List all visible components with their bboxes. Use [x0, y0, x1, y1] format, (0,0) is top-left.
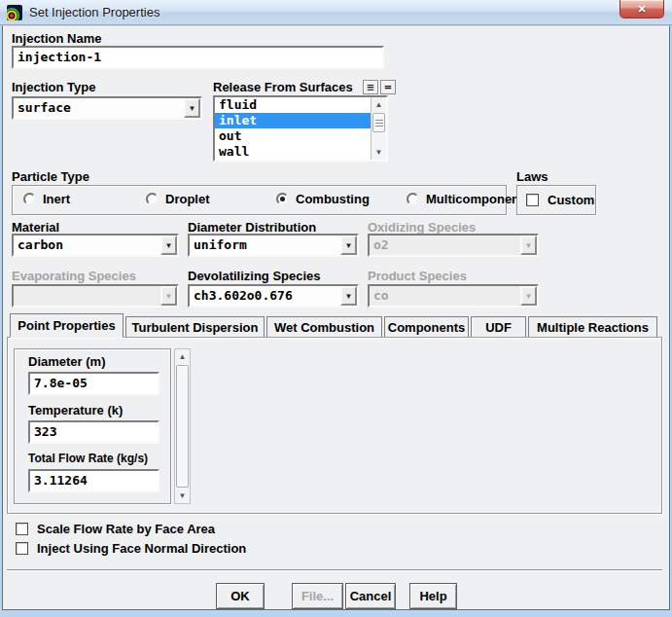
radio-combusting-label: Combusting	[296, 192, 370, 206]
release-from-surfaces-label: Release From Surfaces	[213, 80, 353, 94]
single-select-icon[interactable]: =	[380, 80, 396, 94]
diameter-input[interactable]: 7.8e-05	[28, 372, 159, 395]
diameter-label: Diameter (m)	[28, 354, 105, 369]
custom-laws-label: Custom	[548, 193, 594, 207]
particle-type-label: Particle Type	[12, 169, 89, 184]
list-item-out[interactable]: out	[215, 128, 371, 144]
window-title: Set Injection Properties	[29, 5, 159, 19]
checkbox-icon[interactable]	[526, 194, 539, 206]
total-flow-rate-input[interactable]: 3.11264	[28, 469, 159, 492]
evaporating-species-dropdown: ▼	[12, 284, 179, 308]
material-value: carbon	[14, 236, 160, 255]
close-button[interactable]: ✕	[619, 0, 664, 18]
product-species-dropdown: co ▼	[368, 284, 539, 308]
injection-type-dropdown[interactable]: surface ▼	[12, 96, 202, 120]
chevron-down-icon[interactable]: ▼	[184, 98, 200, 118]
tab-components[interactable]: Components	[384, 316, 469, 338]
list-item-fluid[interactable]: fluid	[215, 97, 371, 113]
surfaces-scrollbar[interactable]: ▲ ▼	[371, 97, 386, 160]
title-bar[interactable]: Set Injection Properties ✕	[0, 0, 672, 25]
surfaces-list: fluid inlet out wall	[215, 97, 371, 160]
tab-point-properties[interactable]: Point Properties	[10, 313, 124, 338]
scroll-down-icon[interactable]: ▼	[371, 145, 386, 160]
inject-face-normal-label: Inject Using Face Normal Direction	[37, 541, 246, 556]
scale-flow-rate-checkbox-row[interactable]: Scale Flow Rate by Face Area	[16, 522, 215, 536]
radio-circle-icon	[23, 193, 36, 205]
chevron-down-icon[interactable]: ▼	[340, 236, 357, 255]
radio-droplet[interactable]: Droplet	[146, 192, 210, 206]
diameter-distribution-dropdown[interactable]: uniform ▼	[188, 234, 359, 257]
scrollbar-thumb[interactable]	[176, 365, 189, 488]
chevron-down-icon: ▼	[520, 236, 537, 255]
list-item-inlet[interactable]: inlet	[215, 113, 371, 128]
radio-combusting[interactable]: Combusting	[276, 192, 370, 206]
cancel-button[interactable]: Cancel	[345, 583, 396, 609]
injection-name-input[interactable]: injection-1	[12, 46, 384, 69]
oxidizing-species-dropdown: o2 ▼	[368, 234, 539, 257]
temperature-label: Temperature (k)	[28, 403, 123, 417]
tab-wet-combustion[interactable]: Wet Combustion	[266, 316, 382, 338]
diameter-distribution-value: uniform	[190, 236, 340, 255]
radio-circle-icon	[407, 193, 419, 205]
point-properties-scrollbar[interactable]: ▲ ▼	[174, 348, 191, 504]
evaporating-species-value	[14, 286, 160, 306]
tab-udf[interactable]: UDF	[471, 316, 526, 338]
chevron-down-icon[interactable]: ▼	[340, 286, 357, 306]
radio-inert[interactable]: Inert	[23, 192, 70, 206]
evaporating-species-label: Evaporating Species	[12, 269, 136, 283]
radio-circle-icon	[146, 193, 159, 205]
chevron-down-icon: ▼	[160, 286, 177, 306]
tab-turbulent-dispersion[interactable]: Turbulent Dispersion	[125, 316, 265, 338]
scale-flow-rate-label: Scale Flow Rate by Face Area	[37, 522, 215, 536]
set-injection-properties-dialog: Set Injection Properties ✕ Injection Nam…	[0, 0, 672, 617]
devolatilizing-species-value: ch3.602o0.676	[190, 286, 340, 306]
oxidizing-species-value: o2	[370, 236, 520, 255]
diameter-distribution-label: Diameter Distribution	[188, 220, 316, 235]
devolatilizing-species-label: Devolatilizing Species	[188, 269, 321, 283]
inject-face-normal-checkbox-row[interactable]: Inject Using Face Normal Direction	[16, 541, 246, 556]
laws-label: Laws	[516, 169, 548, 184]
radio-droplet-label: Droplet	[165, 192, 210, 206]
help-button[interactable]: Help	[409, 583, 457, 609]
tab-multiple-reactions[interactable]: Multiple Reactions	[528, 316, 657, 338]
radio-inert-label: Inert	[43, 192, 70, 206]
checkbox-icon[interactable]	[16, 542, 28, 555]
thumb-grip-icon	[373, 114, 384, 131]
button-separator	[7, 569, 662, 571]
oxidizing-species-label: Oxidizing Species	[368, 220, 476, 235]
injection-type-label: Injection Type	[12, 80, 95, 94]
checkbox-icon[interactable]	[16, 523, 28, 535]
custom-laws-checkbox-row[interactable]: Custom	[526, 193, 594, 207]
material-dropdown[interactable]: carbon ▼	[12, 234, 179, 257]
surfaces-listbox: fluid inlet out wall ▲ ▼	[213, 95, 388, 162]
ok-button[interactable]: OK	[216, 583, 265, 609]
radio-multicomponent[interactable]: Multicomponent	[407, 192, 523, 206]
file-button: File...	[292, 583, 343, 609]
scroll-up-icon[interactable]: ▲	[175, 349, 190, 364]
chevron-down-icon[interactable]: ▼	[160, 236, 177, 255]
temperature-input[interactable]: 323	[28, 420, 159, 444]
total-flow-rate-label: Total Flow Rate (kg/s)	[28, 452, 148, 465]
close-icon: ✕	[637, 3, 646, 16]
scroll-down-icon[interactable]: ▼	[175, 489, 190, 503]
injection-type-value: surface	[14, 98, 184, 118]
material-label: Material	[12, 220, 59, 235]
devolatilizing-species-dropdown[interactable]: ch3.602o0.676 ▼	[188, 284, 359, 308]
list-item-wall[interactable]: wall	[215, 144, 371, 160]
multi-select-icon[interactable]: ≡	[363, 80, 378, 94]
fluent-app-icon	[7, 5, 22, 20]
scroll-up-icon[interactable]: ▲	[371, 97, 386, 112]
scrollbar-thumb[interactable]	[372, 113, 385, 132]
radio-multicomponent-label: Multicomponent	[426, 192, 523, 206]
radio-circle-icon	[276, 193, 289, 205]
chevron-down-icon: ▼	[520, 286, 537, 306]
injection-name-label: Injection Name	[12, 31, 101, 46]
product-species-value: co	[370, 286, 520, 306]
product-species-label: Product Species	[368, 269, 467, 283]
